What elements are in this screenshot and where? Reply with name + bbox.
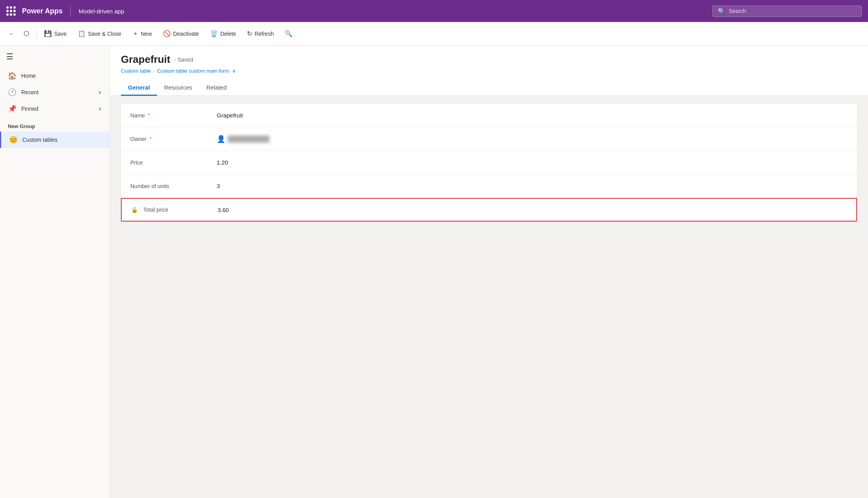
breadcrumb-form-link[interactable]: Custom table custom main form ∨: [157, 68, 236, 74]
required-asterisk-name: *: [148, 113, 150, 118]
required-asterisk-owner: *: [150, 136, 152, 142]
delete-button[interactable]: 🗑️ Delete: [205, 27, 241, 40]
deactivate-button[interactable]: 🚫 Deactivate: [157, 27, 205, 40]
recent-icon: 🕐: [8, 88, 16, 97]
field-value-owner: ██████████: [228, 135, 269, 142]
tab-general[interactable]: General: [121, 80, 157, 96]
content-panel: Grapefruit - Saved Custom table · Custom…: [110, 46, 868, 498]
recent-chevron-icon: ∨: [98, 90, 102, 95]
tabs-row: General Resources Related: [110, 80, 868, 96]
refresh-button[interactable]: ↻ Refresh: [241, 27, 279, 40]
field-label-price: Price: [130, 159, 217, 166]
main-area: ☰ 🏠 Home 🕐 Recent ∨ 📌 Pinned ∨ New Group…: [0, 46, 868, 498]
deactivate-icon: 🚫: [163, 30, 171, 37]
tab-resources[interactable]: Resources: [157, 80, 199, 96]
field-label-number-of-units: Number of units: [130, 183, 217, 189]
form-card: Name * Grapefruit Owner * 👤 ██████████: [121, 104, 857, 222]
pinned-icon: 📌: [8, 104, 16, 113]
top-bar-divider: [70, 5, 71, 16]
sidebar: ☰ 🏠 Home 🕐 Recent ∨ 📌 Pinned ∨ New Group…: [0, 46, 110, 498]
form-row-total-price: 🔒 Total price 3.60: [121, 198, 857, 222]
search-input[interactable]: [729, 8, 857, 14]
breadcrumb-separator: ·: [153, 68, 155, 74]
back-icon: ←: [9, 31, 14, 37]
sidebar-home-label: Home: [21, 73, 36, 79]
field-value-number-of-units[interactable]: 3: [217, 183, 220, 189]
record-header: Grapefruit - Saved Custom table · Custom…: [110, 46, 868, 80]
home-icon: 🏠: [8, 71, 16, 80]
search-button[interactable]: 🔍: [279, 27, 298, 40]
pop-out-icon: ⬡: [24, 29, 29, 38]
cmd-separator-1: [37, 28, 37, 40]
save-close-icon: 📋: [78, 30, 86, 37]
save-button[interactable]: 💾 Save: [38, 27, 72, 40]
field-label-owner: Owner *: [130, 136, 217, 142]
breadcrumb-table-link[interactable]: Custom table: [121, 68, 151, 74]
field-value-name[interactable]: Grapefruit: [217, 112, 243, 119]
field-label-total-price: 🔒 Total price: [131, 207, 217, 213]
form-area: Name * Grapefruit Owner * 👤 ██████████: [110, 96, 868, 498]
power-apps-title: Power Apps: [22, 7, 62, 15]
save-icon: 💾: [44, 30, 52, 37]
sidebar-item-home[interactable]: 🏠 Home: [0, 68, 110, 84]
field-value-price[interactable]: 1.20: [217, 159, 228, 166]
field-value-owner-container[interactable]: 👤 ██████████: [217, 135, 269, 143]
breadcrumb: Custom table · Custom table custom main …: [121, 68, 857, 74]
app-launcher-button[interactable]: [6, 6, 16, 16]
search-icon: 🔍: [718, 7, 725, 15]
back-button[interactable]: ←: [5, 28, 18, 39]
tab-related[interactable]: Related: [199, 80, 234, 96]
custom-tables-icon: 😊: [9, 135, 18, 144]
breadcrumb-form-label: Custom table custom main form: [157, 68, 229, 74]
search-bar[interactable]: 🔍: [713, 5, 862, 17]
command-bar: ← ⬡ 💾 Save 📋 Save & Close ＋ New 🚫 Deacti…: [0, 22, 868, 46]
breadcrumb-form-chevron-icon: ∨: [232, 68, 236, 74]
pop-out-button[interactable]: ⬡: [18, 27, 35, 40]
form-row-price: Price 1.20: [121, 151, 857, 174]
top-bar: Power Apps Model-driven app 🔍: [0, 0, 868, 22]
owner-user-icon: 👤: [217, 135, 225, 143]
refresh-icon: ↻: [247, 30, 252, 37]
field-label-name: Name *: [130, 112, 217, 119]
sidebar-pinned-label: Pinned: [21, 106, 38, 112]
field-value-total-price: 3.60: [217, 207, 229, 213]
sidebar-item-recent[interactable]: 🕐 Recent ∨: [0, 84, 110, 101]
delete-icon: 🗑️: [210, 30, 218, 37]
sidebar-item-pinned[interactable]: 📌 Pinned ∨: [0, 101, 110, 117]
sidebar-item-custom-tables[interactable]: 😊 Custom tables: [0, 132, 110, 148]
sidebar-group-label: New Group: [0, 117, 110, 132]
save-close-button[interactable]: 📋 Save & Close: [72, 27, 127, 40]
new-button[interactable]: ＋ New: [127, 27, 157, 40]
new-icon: ＋: [132, 29, 139, 38]
search-cmd-icon: 🔍: [285, 30, 292, 37]
record-saved-badge: - Saved: [174, 57, 193, 63]
form-row-number-of-units: Number of units 3: [121, 174, 857, 198]
sidebar-custom-tables-label: Custom tables: [22, 137, 57, 143]
form-row-name: Name * Grapefruit: [121, 104, 857, 127]
record-title: Grapefruit: [121, 53, 170, 66]
lock-icon: 🔒: [131, 207, 138, 213]
pinned-chevron-icon: ∨: [98, 106, 102, 112]
app-name: Model-driven app: [79, 8, 124, 15]
sidebar-recent-label: Recent: [21, 89, 38, 95]
sidebar-hamburger[interactable]: ☰: [0, 49, 110, 68]
form-row-owner: Owner * 👤 ██████████: [121, 127, 857, 151]
